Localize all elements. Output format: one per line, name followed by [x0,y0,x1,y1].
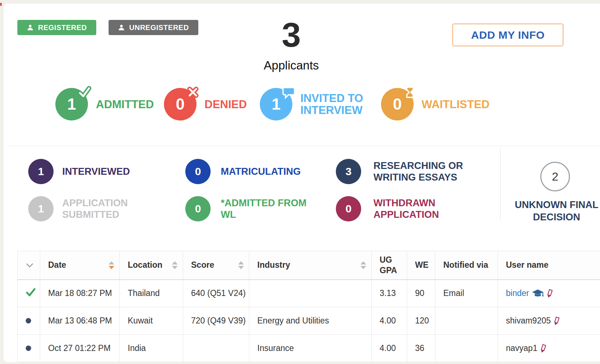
unregistered-filter-button[interactable]: UNREGISTERED [109,20,198,35]
user-name-text: shivam9205 [506,316,551,326]
graduation-cap-icon[interactable] [532,289,544,298]
sort-icon[interactable] [109,261,114,269]
registered-filter-button[interactable]: REGISTERED [17,20,96,35]
matriculating-label: MATRICULATING [221,166,301,177]
admitted-check-icon [26,288,36,297]
date-cell: Oct 27 01:22 PM [40,335,120,362]
person-icon [118,24,125,31]
interviewed-label: INTERVIEWED [62,166,130,177]
header-ug-gpa[interactable]: UG GPA [372,251,407,280]
location-cell: Thailand [120,280,183,307]
stat-denied: 0 DENIED [164,88,247,120]
matriculating-count-circle: 0 [185,159,211,184]
ug-gpa-cell: 4.00 [372,307,407,335]
notified-via-cell [435,307,498,335]
we-cell: 36 [407,335,435,362]
header-industry[interactable]: Industry [249,251,372,280]
user-name-cell: shivam9205 [498,307,600,335]
unknown-final-label: UNKNOWN FINAL DECISION [497,199,600,223]
admitted-from-wl-label: *ADMITTED FROM WL [221,197,311,220]
header-score[interactable]: Score [183,251,249,280]
edge-artifact [0,3,2,6]
stat-admitted: 1 ADMITTED [55,88,154,120]
withdrawn-count-circle: 0 [336,196,361,221]
ug-gpa-cell: 3.13 [372,280,407,307]
user-name-cell: navyap1 [498,335,600,362]
applicant-count-label: Applicants [239,59,344,72]
pencil-icon[interactable] [546,289,553,298]
industry-cell: Energy and Utilities [249,307,372,335]
pencil-icon[interactable] [553,317,559,325]
notified-via-cell: Email [435,280,498,307]
industry-cell: Insurance [249,335,372,362]
date-cell: Mar 18 08:27 PM [40,280,120,307]
stat-researching: 3 RESEARCHING OR WRITING ESSAYS [336,159,464,184]
notified-via-cell [435,335,498,362]
applicants-card: REGISTERED UNREGISTERED 3 Applicants ADD… [4,4,600,362]
table-row: Mar 13 06:48 PM Kuwait 720 (Q49 V39) Ene… [18,307,600,335]
header-notified-via[interactable]: Notified via [435,251,498,280]
row-status-cell [18,307,40,335]
add-my-info-button[interactable]: ADD MY INFO [452,24,563,46]
unregistered-label: UNREGISTERED [129,24,189,32]
pencil-icon[interactable] [540,344,546,353]
admitted-label: ADMITTED [96,98,154,110]
applicants-table: Date Location Score Industry UG GPA WE N… [17,251,600,362]
table-row: Mar 18 08:27 PM Thailand 640 (Q51 V24) 3… [18,280,600,307]
check-icon [77,85,92,100]
admitted-count-circle: 1 [55,88,88,120]
stat-admitted-from-wl: 0 *ADMITTED FROM WL [185,196,311,221]
stat-withdrawn: 0 WITHDRAWN APPLICATION [336,196,457,221]
researching-count-circle: 3 [336,159,361,184]
score-cell: 720 (Q49 V39) [183,307,249,335]
interviewed-count-circle: 1 [28,159,54,184]
hourglass-icon [403,85,417,100]
header-date[interactable]: Date [40,251,120,280]
waitlisted-count-circle: 0 [381,88,414,120]
applicant-count: 3 [257,16,326,54]
chevron-down-icon [26,263,34,268]
table-row: Oct 27 01:22 PM India Insurance 4.00 36 … [18,335,600,362]
application-submitted-count-circle: 1 [28,196,54,221]
x-icon [186,85,200,100]
researching-label: RESEARCHING OR WRITING ESSAYS [373,160,464,183]
application-submitted-label: APPLICATION SUBMITTED [62,197,145,220]
status-dot-icon [26,318,31,323]
location-cell: India [120,335,183,362]
user-name-text: navyap1 [506,343,537,353]
ug-gpa-cell: 4.00 [372,335,407,362]
admitted-from-wl-count-circle: 0 [185,196,211,221]
status-dot-icon [26,346,31,351]
industry-cell [249,280,372,307]
header-location[interactable]: Location [120,251,183,280]
speech-bubble-icon [282,85,296,100]
waitlisted-label: WAITLISTED [422,98,490,110]
withdrawn-label: WITHDRAWN APPLICATION [373,197,457,220]
header-user-name[interactable]: User name [498,251,600,280]
we-cell: 120 [407,307,435,335]
stat-matriculating: 0 MATRICULATING [185,159,301,184]
sort-icon[interactable] [238,261,244,269]
score-cell: 640 (Q51 V24) [183,280,249,307]
user-name-link[interactable]: binder [506,288,529,298]
row-status-cell [18,280,40,307]
sort-icon[interactable] [360,261,366,269]
header-we[interactable]: WE [407,251,435,280]
stat-waitlisted: 0 WAITLISTED [381,88,490,120]
section-divider [7,146,600,146]
denied-label: DENIED [204,98,247,110]
denied-count-circle: 0 [164,88,197,120]
stat-application-submitted: 1 APPLICATION SUBMITTED [28,196,145,221]
person-icon [27,24,34,31]
location-cell: Kuwait [120,307,183,335]
registered-label: REGISTERED [38,24,87,32]
stat-interviewed: 1 INTERVIEWED [28,159,130,184]
invited-label: INVITED TO INTERVIEW [300,92,366,116]
invited-count-circle: 1 [260,88,292,120]
sort-icon[interactable] [172,261,178,269]
user-name-cell: binder [498,280,600,307]
table-header-row: Date Location Score Industry UG GPA WE N… [18,251,600,280]
date-cell: Mar 13 06:48 PM [40,307,120,335]
select-all-header[interactable] [18,251,40,280]
stat-invited-to-interview: 1 INVITED TO INTERVIEW [260,88,366,120]
